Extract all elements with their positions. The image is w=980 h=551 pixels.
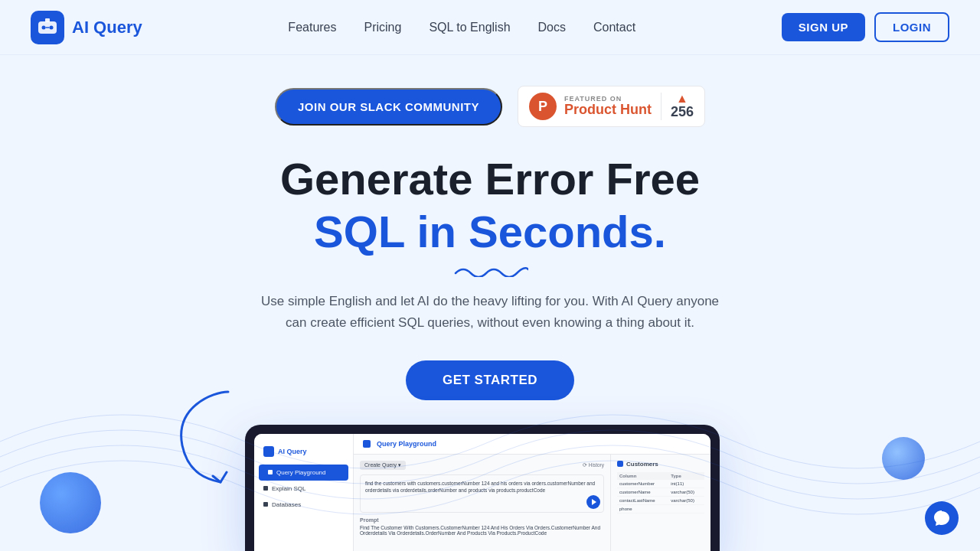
- sidebar-dot-icon: [263, 502, 268, 507]
- app-main-area: Query Playground Create Query ▾ ⟳ Histor…: [354, 434, 710, 551]
- results-header: Customers: [617, 461, 704, 468]
- app-screen: AI Query Query Playground Explain SQL Da…: [254, 434, 710, 551]
- nav-sql-to-english[interactable]: SQL to English: [429, 21, 510, 34]
- results-title: Customers: [626, 461, 658, 468]
- table-row: customerNumber int(11): [617, 480, 704, 488]
- hero-section: JOIN OUR SLACK COMMUNITY P FEATURED ON P…: [0, 55, 980, 551]
- ph-vote-count: 256: [671, 105, 694, 120]
- navbar: AI Query Features Pricing SQL to English…: [0, 0, 980, 55]
- results-table: Column Type customerNumber int(11): [617, 472, 704, 514]
- hero-subtext: Use simple English and let AI do the hea…: [260, 291, 720, 332]
- sidebar-item-explain-sql[interactable]: Explain SQL: [254, 481, 353, 497]
- svg-point-2: [50, 25, 54, 29]
- get-started-button[interactable]: GET STARTED: [406, 360, 574, 400]
- col-header-column: Column: [617, 472, 668, 480]
- login-button[interactable]: LOGIN: [874, 12, 949, 42]
- prompt-text: Find The Customer With Customers.Custome…: [360, 525, 604, 536]
- nav-pricing[interactable]: Pricing: [364, 21, 402, 34]
- main-header-icon: [363, 440, 371, 448]
- app-content: Create Query ▾ ⟳ History find the custom…: [354, 455, 710, 551]
- sidebar-logo: [263, 446, 274, 457]
- nav-docs[interactable]: Docs: [538, 21, 566, 34]
- sidebar-dot-icon: [268, 470, 273, 474]
- orb-left-decoration: [40, 472, 101, 533]
- signup-button[interactable]: SIGN UP: [782, 13, 865, 41]
- results-area: Customers Column Type: [611, 455, 710, 551]
- app-tablet-frame: AI Query Query Playground Explain SQL Da…: [245, 425, 720, 551]
- query-area: Create Query ▾ ⟳ History find the custom…: [354, 455, 611, 551]
- brand-name: AI Query: [72, 18, 142, 37]
- navbar-actions: SIGN UP LOGIN: [782, 12, 949, 42]
- nav-links: Features Pricing SQL to English Docs Con…: [288, 21, 635, 34]
- create-query-btn[interactable]: Create Query ▾: [360, 461, 406, 470]
- history-label: ⟳ History: [583, 462, 604, 468]
- squiggle-decoration: [452, 262, 528, 277]
- brand-logo-icon: [31, 11, 64, 44]
- product-hunt-badge[interactable]: P FEATURED ON Product Hunt ▲ 256: [518, 86, 705, 127]
- app-sidebar: AI Query Query Playground Explain SQL Da…: [254, 434, 354, 551]
- col-header-type: Type: [668, 472, 704, 480]
- query-text: find the customers with customers.custom…: [365, 480, 599, 494]
- prompt-section: Prompt Find The Customer With Customers.…: [360, 517, 604, 536]
- ph-product-hunt-name: Product Hunt: [564, 103, 652, 118]
- product-hunt-logo: P: [529, 93, 557, 120]
- chat-support-button[interactable]: [925, 501, 959, 535]
- app-main-header: Query Playground: [354, 434, 710, 455]
- main-header-title: Query Playground: [377, 440, 436, 448]
- slack-community-button[interactable]: JOIN OUR SLACK COMMUNITY: [275, 88, 502, 126]
- badge-row: JOIN OUR SLACK COMMUNITY P FEATURED ON P…: [275, 86, 705, 127]
- ph-votes-block: ▲ 256: [671, 93, 694, 120]
- brand-logo-link[interactable]: AI Query: [31, 11, 142, 44]
- sidebar-app-name: AI Query: [278, 448, 307, 455]
- sidebar-item-query-playground[interactable]: Query Playground: [259, 465, 348, 481]
- svg-point-1: [42, 25, 46, 29]
- hero-headline-line1: Generate Error Free: [280, 155, 700, 204]
- table-row: phone: [617, 504, 704, 513]
- table-row: customerName varchar(50): [617, 487, 704, 496]
- query-input-area: find the customers with customers.custom…: [360, 474, 604, 513]
- hero-headline-line2: SQL in Seconds.: [314, 207, 666, 258]
- product-hunt-text: FEATURED ON Product Hunt: [564, 95, 652, 118]
- sidebar-item-databases[interactable]: Databases: [254, 497, 353, 513]
- table-row: contactLastName varchar(50): [617, 496, 704, 504]
- prompt-label: Prompt: [360, 517, 604, 523]
- sidebar-dot-icon: [263, 486, 268, 491]
- ph-divider: [661, 93, 662, 120]
- play-icon: [592, 499, 596, 505]
- query-toolbar: Create Query ▾ ⟳ History: [360, 461, 604, 470]
- app-screenshot: AI Query Query Playground Explain SQL Da…: [245, 425, 735, 551]
- nav-features[interactable]: Features: [288, 21, 336, 34]
- nav-contact[interactable]: Contact: [593, 21, 635, 34]
- results-icon: [617, 461, 623, 467]
- arrow-decoration: [167, 384, 251, 484]
- run-query-button[interactable]: [586, 495, 600, 509]
- orb-right-top-decoration: [882, 437, 925, 480]
- ph-upvote-arrow: ▲: [676, 93, 688, 105]
- sidebar-header: AI Query: [254, 442, 353, 465]
